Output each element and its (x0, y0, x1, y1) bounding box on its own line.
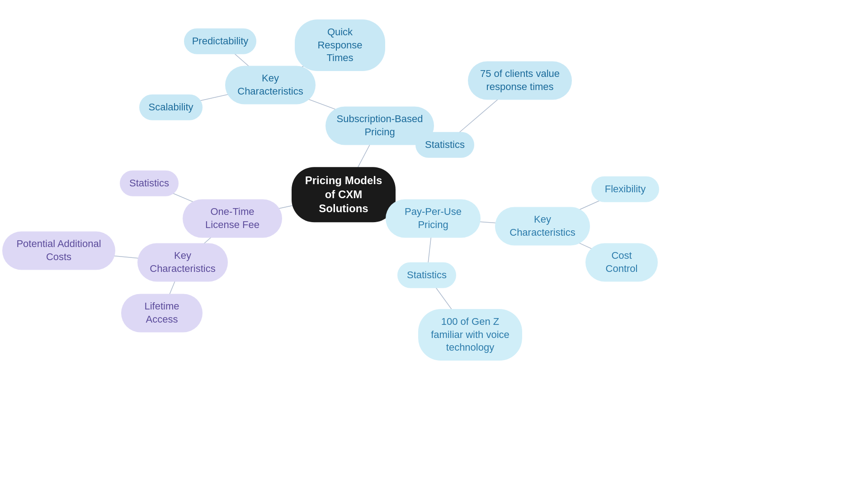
node-key_char_one[interactable]: Key Characteristics (137, 243, 228, 281)
node-stats_pay[interactable]: Statistics (397, 262, 456, 288)
node-cost_control[interactable]: Cost Control (585, 243, 658, 281)
node-stat_100[interactable]: 100 of Gen Z familiar with voice technol… (418, 309, 522, 361)
node-flexibility[interactable]: Flexibility (591, 176, 659, 202)
node-one_time[interactable]: One-Time License Fee (183, 199, 282, 238)
connections-svg (0, 0, 868, 490)
node-quick_response[interactable]: Quick Response Times (295, 19, 385, 71)
node-predictability[interactable]: Predictability (184, 29, 256, 54)
node-lifetime[interactable]: Lifetime Access (121, 294, 203, 332)
node-scalability[interactable]: Scalability (139, 95, 203, 120)
node-stat_75[interactable]: 75 of clients value response times (468, 61, 572, 100)
node-key_char_pay[interactable]: Key Characteristics (495, 207, 590, 245)
node-pay_per_use[interactable]: Pay-Per-Use Pricing (386, 199, 481, 238)
node-center[interactable]: Pricing Models of CXM Solutions (292, 167, 396, 222)
node-potential[interactable]: Potential Additional Costs (2, 231, 115, 270)
node-stats_sub[interactable]: Statistics (415, 132, 474, 158)
node-stats_one[interactable]: Statistics (120, 171, 179, 196)
node-key_char_sub[interactable]: Key Characteristics (225, 66, 316, 104)
mind-map-canvas: Pricing Models of CXM SolutionsSubscript… (0, 0, 868, 490)
